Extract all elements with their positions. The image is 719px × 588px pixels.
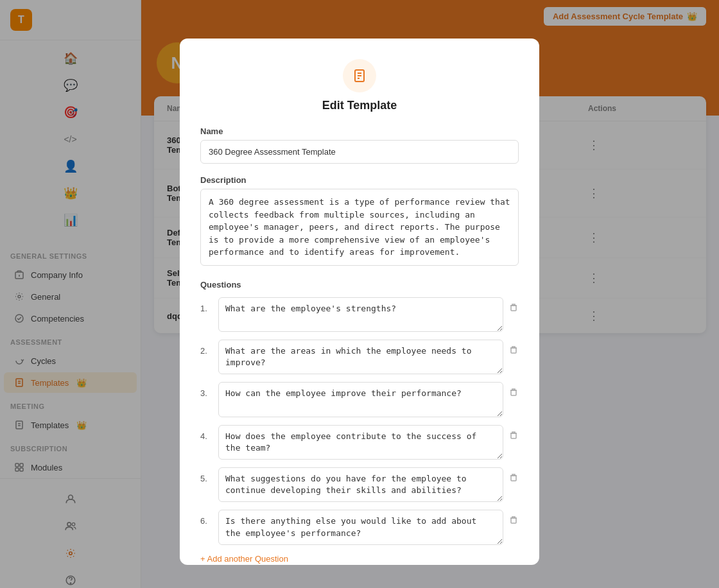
svg-rect-29 [511,518,516,523]
question-input-3[interactable]: How can the employee improve their perfo… [218,382,503,417]
name-input[interactable] [200,140,519,164]
question-input-6[interactable]: Is there anything else you would like to… [218,510,503,544]
question-row-1: 1. What are the employee's strengths? [200,297,519,332]
svg-rect-25 [511,348,516,353]
name-label: Name [200,126,519,136]
delete-question-1[interactable] [508,297,519,315]
description-textarea[interactable]: A 360 degree assessment is a type of per… [200,189,519,266]
svg-rect-26 [511,390,516,395]
modal-title: Edit Template [200,99,519,112]
question-input-1[interactable]: What are the employee's strengths? [218,297,503,332]
delete-question-4[interactable] [508,425,519,443]
question-input-2[interactable]: What are the areas in which the employee… [218,340,503,374]
svg-rect-28 [511,476,516,481]
delete-question-3[interactable] [508,382,519,400]
question-input-4[interactable]: How does the employee contribute to the … [218,425,503,460]
question-row-6: 6. Is there anything else you would like… [200,510,519,544]
delete-question-5[interactable] [508,467,519,485]
modal-icon [343,59,376,92]
question-input-5[interactable]: What suggestions do you have for the emp… [218,467,503,502]
question-row-5: 5. What suggestions do you have for the … [200,467,519,502]
question-row-4: 4. How does the employee contribute to t… [200,425,519,460]
delete-question-6[interactable] [508,510,519,528]
question-row-2: 2. What are the areas in which the emplo… [200,340,519,374]
question-num: 3. [200,382,213,398]
modal-icon-wrap [200,59,519,92]
delete-question-2[interactable] [508,340,519,358]
svg-rect-27 [511,433,516,438]
description-label: Description [200,175,519,185]
add-question-link[interactable]: + Add another Question [200,554,288,564]
question-num: 5. [200,467,213,483]
modal-overlay: Edit Template Name Description A 360 deg… [0,0,719,588]
name-field-group: Name [200,126,519,164]
question-num: 1. [200,297,213,313]
questions-label: Questions [200,280,519,290]
question-num: 2. [200,340,213,356]
question-row-3: 3. How can the employee improve their pe… [200,382,519,417]
question-num: 6. [200,510,213,526]
question-num: 4. [200,425,213,441]
svg-rect-24 [511,306,516,311]
edit-template-modal: Edit Template Name Description A 360 deg… [180,39,539,565]
description-field-group: Description A 360 degree assessment is a… [200,175,519,268]
